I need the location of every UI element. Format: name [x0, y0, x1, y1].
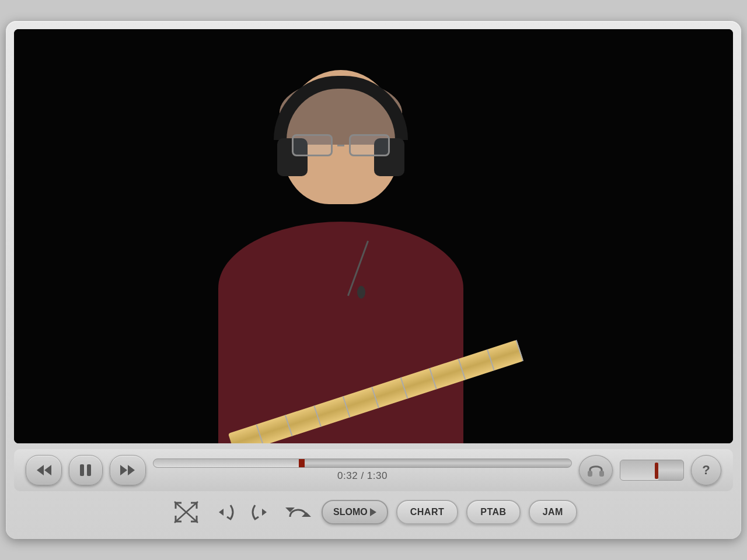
loop-ab-right-icon: [249, 501, 273, 524]
mic-head: [357, 286, 365, 299]
svg-rect-7: [599, 471, 604, 477]
jam-button[interactable]: JAM: [529, 500, 577, 524]
svg-rect-2: [80, 464, 84, 476]
headphones: [274, 76, 408, 140]
pause-button[interactable]: [69, 455, 103, 485]
rewind-button[interactable]: [26, 455, 62, 485]
progress-bar[interactable]: [153, 459, 572, 468]
slomo-arrow-icon: [370, 508, 376, 516]
svg-rect-3: [87, 464, 91, 476]
svg-marker-1: [44, 465, 51, 475]
repeat-icon: [285, 501, 311, 524]
crosshair-icon: [172, 499, 200, 525]
progress-container: 0:32 / 1:30: [153, 459, 572, 482]
player-container: 0:32 / 1:30 ?: [6, 21, 741, 539]
glasses: [291, 134, 390, 156]
glass-lens-left: [292, 134, 333, 156]
chart-button[interactable]: CHART: [396, 500, 459, 524]
svg-marker-5: [128, 465, 135, 475]
crosshair-button[interactable]: [170, 497, 203, 527]
pause-icon: [79, 463, 92, 477]
video-scene: [14, 29, 733, 443]
glass-lens-right: [349, 134, 390, 156]
instructor-figure: [177, 58, 504, 443]
help-icon: ?: [702, 463, 710, 478]
volume-marker: [655, 463, 658, 479]
loop-ab-right-button[interactable]: [247, 498, 275, 526]
volume-fill: [620, 460, 658, 480]
help-button[interactable]: ?: [691, 455, 721, 485]
volume-slider[interactable]: [620, 460, 684, 481]
fret: [488, 340, 523, 370]
rewind-icon: [36, 464, 52, 477]
svg-marker-18: [302, 512, 311, 517]
svg-marker-4: [120, 465, 127, 475]
video-area: [14, 29, 733, 443]
jam-label: JAM: [543, 507, 563, 517]
headphone-button[interactable]: [579, 455, 613, 485]
chart-label: CHART: [410, 507, 445, 517]
loop-ab-left-button[interactable]: [211, 498, 239, 526]
svg-rect-6: [588, 471, 592, 477]
slomo-label: SLOMO: [333, 507, 368, 517]
loop-ab-left-icon: [213, 501, 236, 524]
glass-bridge: [337, 145, 344, 146]
fast-forward-button[interactable]: [110, 455, 146, 485]
slomo-button[interactable]: SLOMO: [322, 500, 388, 524]
ptab-label: PTAB: [480, 507, 506, 517]
progress-fill: [153, 459, 302, 467]
ptab-button[interactable]: PTAB: [466, 500, 520, 524]
controls-row: 0:32 / 1:30 ?: [14, 449, 733, 491]
progress-thumb: [299, 459, 305, 468]
bottom-row: SLOMO CHART PTAB JAM: [14, 491, 733, 531]
fast-forward-icon: [120, 464, 136, 477]
repeat-button[interactable]: [283, 498, 313, 526]
head: [282, 70, 399, 204]
headphone-icon: [587, 462, 605, 478]
svg-marker-0: [37, 465, 44, 475]
time-display: 0:32 / 1:30: [337, 470, 388, 482]
